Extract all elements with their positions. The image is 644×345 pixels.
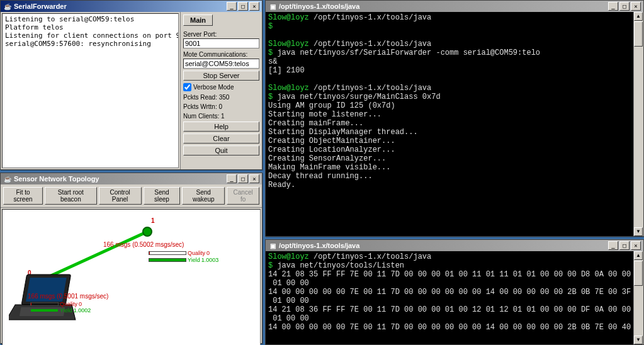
verbose-label: Verbose Mode [193, 84, 234, 91]
mote-comm-label: Mote Communications: [183, 51, 259, 58]
close-button[interactable]: ✕ [631, 241, 641, 250]
num-clients: Num Clients: 1 [183, 113, 259, 120]
sf-title: SerialForwarder [14, 3, 67, 10]
scroll-down-icon[interactable]: ▼ [634, 227, 643, 236]
terminal-2-window: ▣ /opt/tinyos-1.x/tools/java _ □ ✕ Slow@… [265, 239, 644, 345]
help-button[interactable]: Help [183, 122, 259, 132]
serialforwarder-titlebar[interactable]: ☕ SerialForwarder _ □ ✕ [1, 1, 262, 12]
terminal-1-scrollbar[interactable]: ▲ ▼ [633, 12, 643, 236]
quality-value: 0 [206, 250, 210, 256]
yield-value: 1.0003 [201, 257, 219, 263]
node0-yield-bar [30, 308, 59, 312]
scroll-up-icon[interactable]: ▲ [634, 12, 643, 21]
close-button[interactable]: ✕ [249, 174, 259, 183]
topology-canvas[interactable]: 1 166 msgs (0.5002 msgs/sec) Quality 0 Y… [2, 209, 261, 345]
fit-screen-button[interactable]: Fit to screen [3, 187, 43, 205]
minimize-button[interactable]: _ [227, 174, 237, 183]
server-port-label: Server Port: [183, 31, 259, 38]
control-panel-button[interactable]: Control Panel [99, 187, 142, 205]
scroll-down-icon[interactable]: ▼ [634, 336, 643, 344]
terminal-2-output[interactable]: Slow@loyz /opt/tinyos-1.x/tools/java $ j… [266, 251, 643, 344]
maximize-button[interactable]: □ [238, 2, 248, 11]
tab-main[interactable]: Main [183, 14, 213, 26]
scroll-thumb[interactable] [634, 261, 643, 286]
server-port-input[interactable] [183, 38, 259, 48]
stop-server-button[interactable]: Stop Server [183, 71, 259, 81]
pkts-read: Pckts Read: 350 [183, 94, 259, 101]
topology-toolbar: Fit to screen Start root beacon Control … [1, 184, 262, 208]
svg-point-1 [143, 227, 152, 236]
minimize-button[interactable]: _ [608, 2, 618, 11]
java-icon: ☕ [3, 174, 12, 183]
terminal-icon: ▣ [268, 2, 277, 11]
minimize-button[interactable]: _ [227, 2, 237, 11]
yield-label: Yield [188, 257, 200, 263]
node0-yield-label: Yield [60, 307, 72, 314]
quality-label: Quality [188, 250, 205, 256]
scroll-up-icon[interactable]: ▲ [634, 251, 643, 260]
node0-quality-label: Quality [60, 301, 77, 307]
topology-window: ☕ Sensor Network Topology _ □ ✕ Fit to s… [0, 172, 263, 344]
terminal-1-title: /opt/tinyos-1.x/tools/java [279, 3, 359, 10]
terminal-icon: ▣ [268, 241, 277, 250]
node0-msgs: 166 msgs (0.5001 msgs/sec) [28, 293, 108, 300]
terminal-1-output[interactable]: Slow@loyz /opt/tinyos-1.x/tools/java $ S… [266, 12, 643, 236]
yield-bar [149, 258, 186, 262]
node0-yield-value: 1.0002 [74, 307, 91, 314]
sf-log: Listening to serial@COM59:telos Platform… [2, 13, 179, 168]
verbose-checkbox[interactable] [183, 83, 191, 91]
send-wakeup-button[interactable]: Send wakeup [182, 187, 225, 205]
mote-comm-input[interactable] [183, 59, 259, 69]
terminal-1-window: ▣ /opt/tinyos-1.x/tools/java _ □ ✕ Slow@… [265, 0, 644, 237]
pkts-wrttn: Pckts Wrttn: 0 [183, 103, 259, 110]
terminal-1-titlebar[interactable]: ▣ /opt/tinyos-1.x/tools/java _ □ ✕ [266, 1, 643, 12]
close-button[interactable]: ✕ [249, 2, 259, 11]
start-root-beacon-button[interactable]: Start root beacon [45, 187, 96, 205]
minimize-button[interactable]: _ [608, 241, 618, 250]
cancel-button: Cancel fo [227, 187, 259, 205]
quit-button[interactable]: Quit [183, 145, 259, 156]
sf-side-panel: Main Server Port: Mote Communications: S… [180, 12, 262, 169]
serialforwarder-window: ☕ SerialForwarder _ □ ✕ Listening to ser… [0, 0, 263, 170]
send-sleep-button[interactable]: Send sleep [144, 187, 181, 205]
node0-quality-value: 0 [79, 301, 82, 307]
maximize-button[interactable]: □ [619, 2, 630, 11]
topology-title: Sensor Network Topology [14, 175, 99, 183]
terminal-2-scrollbar[interactable]: ▲ ▼ [633, 251, 643, 344]
java-icon: ☕ [3, 2, 12, 11]
terminal-2-titlebar[interactable]: ▣ /opt/tinyos-1.x/tools/java _ □ ✕ [266, 240, 643, 251]
quality-bar [149, 251, 186, 255]
terminal-2-title: /opt/tinyos-1.x/tools/java [279, 242, 359, 249]
close-button[interactable]: ✕ [631, 2, 641, 11]
node0-quality-bar [30, 302, 59, 306]
scroll-thumb[interactable] [634, 21, 643, 47]
link-msgs: 166 msgs (0.5002 msgs/sec) [103, 241, 184, 248]
topology-titlebar[interactable]: ☕ Sensor Network Topology _ □ ✕ [1, 173, 262, 184]
clear-button[interactable]: Clear [183, 133, 259, 144]
maximize-button[interactable]: □ [238, 174, 248, 183]
maximize-button[interactable]: □ [619, 241, 630, 250]
node-1-label: 1 [151, 217, 155, 224]
